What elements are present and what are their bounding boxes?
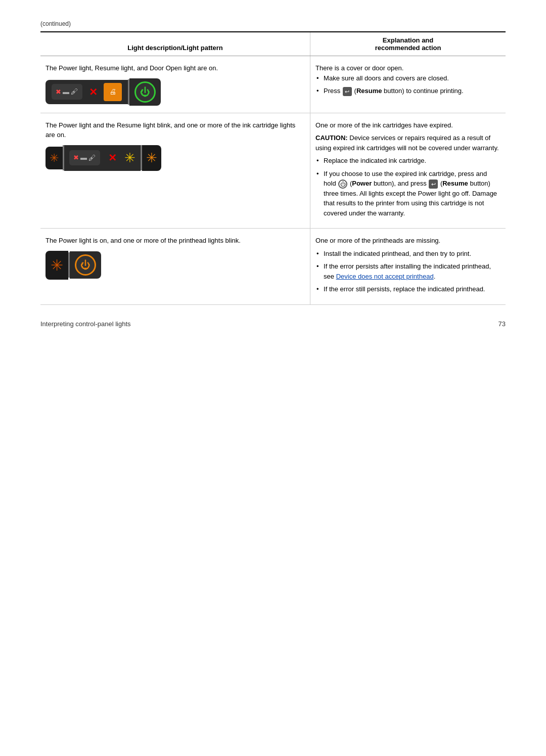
error-icon2: ✖ xyxy=(73,153,79,163)
row1-explanation-cell: There is a cover or door open. Make sure… xyxy=(310,56,506,113)
row1-description-cell: The Power light, Resume light, and Door … xyxy=(40,56,310,113)
row2-explanation: One or more of the ink cartridges have e… xyxy=(315,120,500,130)
row3-explanation-cell: One or more of the printheads are missin… xyxy=(310,229,506,305)
row3-actions: Install the indicated printhead, and the… xyxy=(315,249,500,294)
ink-icon: 🖋 xyxy=(71,86,78,98)
row2-explanation-cell: One or more of the ink cartridges have e… xyxy=(310,113,506,229)
row2-action-1: Replace the indicated ink cartridge. xyxy=(315,156,500,166)
table-row: The Power light and the Resume light bli… xyxy=(40,113,506,229)
resume-inline-icon: ↩ xyxy=(343,87,352,96)
error-icon: ✖ xyxy=(56,87,61,97)
panel-image-row2: ✳ ✖ ▬ 🖋 ✕ ✳ xyxy=(46,145,305,171)
row3-explanation: One or more of the printheads are missin… xyxy=(315,236,500,246)
row3-action-2: If the error persists after installing t… xyxy=(315,261,500,281)
panel-left-printhead: ✳ xyxy=(46,251,68,280)
table-row: The Power light is on, and one or more o… xyxy=(40,229,506,305)
table-row: The Power light, Resume light, and Door … xyxy=(40,56,506,113)
row1-explanation: There is a cover or door open. xyxy=(315,63,500,73)
panel-left-starburst: ✳ xyxy=(46,147,63,169)
row3-description: The Power light is on, and one or more o… xyxy=(46,236,305,246)
doc-icon: ▬ xyxy=(63,87,69,97)
footer-page: 73 xyxy=(498,320,506,328)
row1-action-1: Make sure all doors and covers are close… xyxy=(315,73,500,83)
device-printhead-link[interactable]: Device does not accept printhead xyxy=(336,273,434,280)
printhead-blink-icon: ✳ xyxy=(51,254,63,277)
row2-description-cell: The Power light and the Resume light bli… xyxy=(40,113,310,229)
cartridge-blink-icon: ✳ xyxy=(124,148,135,168)
row1-actions: Make sure all doors and covers are close… xyxy=(315,73,500,96)
panel-middle-group: ✖ ▬ 🖋 ✕ ✳ xyxy=(64,145,141,171)
cancel-button-icon2: ✕ xyxy=(104,150,120,166)
row2-action-2: If you choose to use the expired ink car… xyxy=(315,169,500,218)
row3-description-cell: The Power light is on, and one or more o… xyxy=(40,229,310,305)
resume-inline-icon2: ↩ xyxy=(429,180,438,189)
row2-actions: Replace the indicated ink cartridge. If … xyxy=(315,156,500,218)
row2-caution: CAUTION: Device services or repairs requ… xyxy=(315,133,500,153)
continued-label: (continued) xyxy=(40,20,506,27)
row3-action-3: If the error still persists, replace the… xyxy=(315,284,500,294)
panel-right-starburst: ✳ xyxy=(142,145,161,171)
panel-power-group: ⏻ xyxy=(129,78,161,106)
ink-icon2: 🖋 xyxy=(88,152,96,164)
row1-action-2: Press ↩ (Resume button) to continue prin… xyxy=(315,86,500,96)
footer-text: Interpreting control-panel lights xyxy=(40,320,131,328)
row1-description: The Power light, Resume light, and Door … xyxy=(46,63,305,73)
power-inline-icon: ⏻ xyxy=(338,180,347,189)
resume-door-icon: 🖨 xyxy=(104,83,122,101)
row2-description: The Power light and the Resume light bli… xyxy=(46,120,305,140)
panel-right-power: ⏻ xyxy=(70,251,101,279)
cartridge-blink-icon2: ✳ xyxy=(146,148,157,168)
power-button-icon2: ⏻ xyxy=(75,254,96,276)
col2-header: Explanation and recommended action xyxy=(310,32,506,56)
doc-icon2: ▬ xyxy=(80,153,87,163)
power-button-icon: ⏻ xyxy=(134,81,156,103)
power-blink-icon: ✳ xyxy=(50,150,59,166)
caution-label: CAUTION: xyxy=(315,134,348,142)
cancel-button-icon: ✕ xyxy=(85,84,101,100)
panel-main-group: ✖ ▬ 🖋 ✕ 🖨 xyxy=(46,80,128,104)
col1-header: Light description/Light pattern xyxy=(40,32,310,56)
panel-image-row1: ✖ ▬ 🖋 ✕ 🖨 ⏻ xyxy=(46,78,305,106)
page-footer: Interpreting control-panel lights 73 xyxy=(40,320,506,328)
panel-image-row3: ✳ ⏻ xyxy=(46,251,305,280)
row3-action-1: Install the indicated printhead, and the… xyxy=(315,249,500,259)
